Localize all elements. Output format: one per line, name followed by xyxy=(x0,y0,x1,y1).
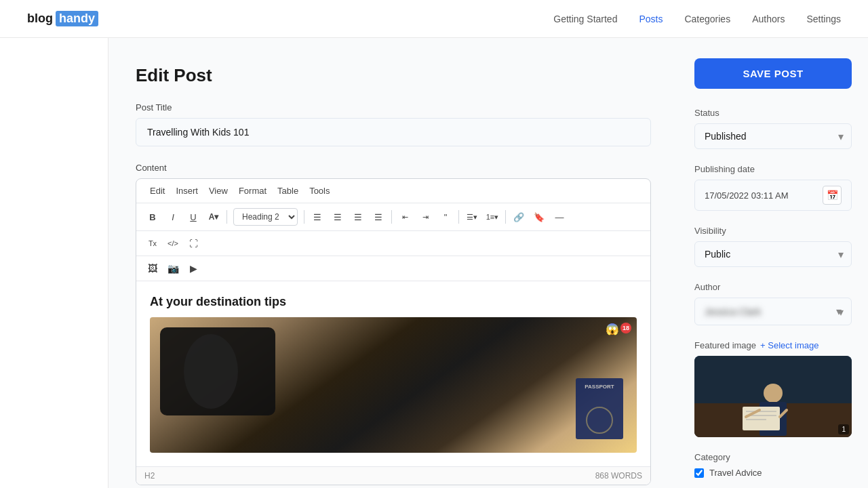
emoji-reactions: 😱 18 xyxy=(606,323,631,336)
link-button[interactable]: 🔗 xyxy=(509,207,528,226)
code-button[interactable]: </> xyxy=(163,234,182,253)
visibility-section: Visibility Public Private Password Prote… xyxy=(694,226,852,267)
toolbar-row1: B I U A▾ Paragraph Heading 2 Heading 3 ☰… xyxy=(136,203,650,231)
insert-video-button[interactable]: ▶ xyxy=(184,259,203,278)
status-select-wrapper: Draft Published Scheduled xyxy=(694,123,852,149)
category-checkbox[interactable] xyxy=(694,468,704,478)
status-section: Status Draft Published Scheduled xyxy=(694,108,852,149)
logo-handy-text: handy xyxy=(56,11,98,26)
category-item: Travel Advice xyxy=(694,468,852,478)
save-post-button[interactable]: SAVE POST xyxy=(694,58,852,89)
category-item-label: Travel Advice xyxy=(709,468,762,478)
editor-content-image: PASSPORT 😱 18 xyxy=(150,317,637,453)
sidebar-spacer xyxy=(0,38,108,488)
nav-authors[interactable]: Authors xyxy=(752,14,785,24)
menu-edit[interactable]: Edit xyxy=(144,183,170,199)
align-center-button[interactable]: ☰ xyxy=(328,207,347,226)
align-left-button[interactable]: ☰ xyxy=(308,207,327,226)
toolbar-row2: Tx </> ⛶ xyxy=(136,231,650,256)
menu-table[interactable]: Table xyxy=(272,183,304,199)
word-count: 868 WORDS xyxy=(595,471,642,481)
main-content: Edit Post Post Title Content Edit Insert… xyxy=(108,38,678,488)
menu-tools[interactable]: Tools xyxy=(304,183,335,199)
block-type: H2 xyxy=(144,471,155,481)
featured-image-preview: 1 xyxy=(694,356,852,437)
logo: bloghandy xyxy=(27,11,98,26)
blockquote-button[interactable]: " xyxy=(436,207,455,226)
indent-button[interactable]: ⇥ xyxy=(416,207,435,226)
insert-image-button[interactable]: 🖼 xyxy=(143,259,162,278)
nav-links: Getting Started Posts Categories Authors… xyxy=(553,14,841,24)
author-select-wrapper: Jessica Clark ▾ xyxy=(694,298,852,325)
right-panel: SAVE POST Status Draft Published Schedul… xyxy=(678,38,868,488)
menu-insert[interactable]: Insert xyxy=(170,183,203,199)
publishing-date-label: Publishing date xyxy=(694,164,852,174)
align-justify-button[interactable]: ☰ xyxy=(369,207,388,226)
bullet-list-button[interactable]: ☰▾ xyxy=(462,207,481,226)
menu-format[interactable]: Format xyxy=(233,183,272,199)
outdent-button[interactable]: ⇤ xyxy=(395,207,414,226)
align-right-button[interactable]: ☰ xyxy=(349,207,368,226)
camera-lens xyxy=(184,334,238,409)
publishing-date-section: Publishing date 17/05/2022 03:11 AM 📅 xyxy=(694,164,852,211)
date-wrapper: 17/05/2022 03:11 AM 📅 xyxy=(694,180,852,211)
logo-blog-text: blog xyxy=(27,12,53,26)
featured-image-svg xyxy=(694,356,852,437)
svg-point-2 xyxy=(764,384,783,403)
visibility-label: Visibility xyxy=(694,226,852,236)
nav-getting-started[interactable]: Getting Started xyxy=(553,14,617,24)
content-label: Content xyxy=(136,163,651,173)
editor-footer: H2 868 WORDS xyxy=(136,466,650,485)
category-label: Category xyxy=(694,452,852,462)
passport-seal xyxy=(586,407,613,434)
toolbar-row3: 🖼 📷 ▶ xyxy=(136,256,650,281)
calendar-button[interactable]: 📅 xyxy=(823,186,842,205)
ordered-list-button[interactable]: 1≡▾ xyxy=(483,207,502,226)
underline-button[interactable]: U xyxy=(184,207,203,226)
author-label: Author xyxy=(694,282,852,292)
editor-menu: Edit Insert View Format Table Tools xyxy=(136,179,650,203)
separator2 xyxy=(304,210,304,224)
author-value: Jessica Clark xyxy=(705,306,761,317)
author-section: Author Jessica Clark ▾ xyxy=(694,282,852,325)
visibility-select[interactable]: Public Private Password Protected xyxy=(694,241,852,267)
image-counter: 1 xyxy=(838,424,849,434)
status-label: Status xyxy=(694,108,852,118)
separator1 xyxy=(226,210,227,224)
hr-button[interactable]: — xyxy=(550,207,569,226)
editor-body[interactable]: At your destination tips PASSPORT xyxy=(136,281,650,466)
author-dropdown[interactable]: Jessica Clark ▾ xyxy=(694,298,852,325)
separator5 xyxy=(505,210,506,224)
author-dropdown-icon: ▾ xyxy=(836,305,842,318)
separator3 xyxy=(391,210,392,224)
category-section: Category Travel Advice xyxy=(694,452,852,478)
separator4 xyxy=(458,210,459,224)
text-color-button[interactable]: A▾ xyxy=(204,207,223,226)
nav-categories[interactable]: Categories xyxy=(684,14,730,24)
nav-settings[interactable]: Settings xyxy=(806,14,841,24)
date-value: 17/05/2022 03:11 AM xyxy=(705,190,817,201)
featured-image-section: Featured image + Select image xyxy=(694,340,852,437)
post-title-input[interactable] xyxy=(136,118,651,146)
italic-button[interactable]: I xyxy=(163,207,182,226)
svg-rect-4 xyxy=(743,407,780,430)
page-wrapper: Edit Post Post Title Content Edit Insert… xyxy=(0,38,868,488)
menu-view[interactable]: View xyxy=(203,183,233,199)
page-title: Edit Post xyxy=(136,65,651,86)
insert-photo-button[interactable]: 📷 xyxy=(163,259,182,278)
passport-shape: PASSPORT xyxy=(576,378,623,439)
status-select[interactable]: Draft Published Scheduled xyxy=(694,123,852,149)
select-image-link[interactable]: + Select image xyxy=(760,340,818,350)
bookmark-button[interactable]: 🔖 xyxy=(530,207,549,226)
editor-heading: At your destination tips xyxy=(150,295,637,309)
nav-posts[interactable]: Posts xyxy=(639,14,663,24)
post-title-label: Post Title xyxy=(136,102,651,113)
clear-format-button[interactable]: Tx xyxy=(143,234,162,253)
visibility-select-wrapper: Public Private Password Protected xyxy=(694,241,852,267)
fullscreen-button[interactable]: ⛶ xyxy=(184,234,203,253)
editor-wrapper: Edit Insert View Format Table Tools B I … xyxy=(136,178,651,485)
bold-button[interactable]: B xyxy=(143,207,162,226)
featured-image-label: Featured image + Select image xyxy=(694,340,852,350)
navbar: bloghandy Getting Started Posts Categori… xyxy=(0,0,868,38)
heading-select[interactable]: Paragraph Heading 2 Heading 3 xyxy=(233,208,298,226)
